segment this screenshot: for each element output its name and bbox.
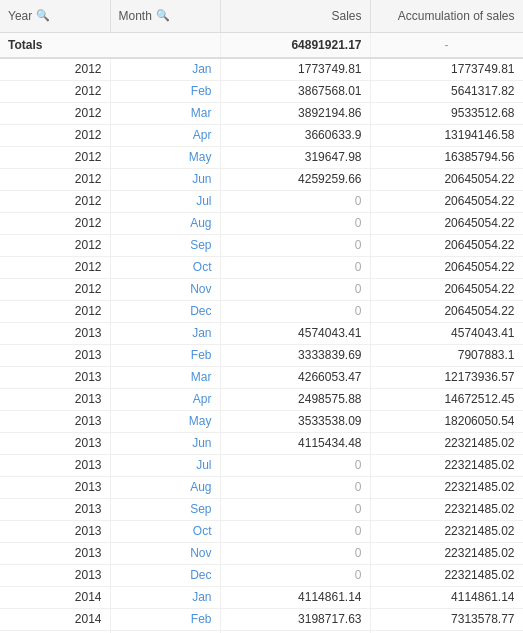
accum-cell: 20645054.22 [370,256,523,278]
sales-cell: 3198717.63 [220,608,370,630]
accum-cell: 7907883.1 [370,344,523,366]
accum-cell: 20645054.22 [370,300,523,322]
year-cell: 2012 [0,300,110,322]
year-cell: 2013 [0,520,110,542]
month-cell: Jul [110,454,220,476]
table-row: 2012Aug020645054.22 [0,212,523,234]
year-label: Year [8,9,32,23]
accum-cell: 9533512.68 [370,102,523,124]
month-cell: Apr [110,124,220,146]
year-cell: 2012 [0,190,110,212]
year-cell: 2012 [0,234,110,256]
table-row: 2012Feb3867568.015641317.82 [0,80,523,102]
sales-cell: 3660633.9 [220,124,370,146]
month-cell: Dec [110,564,220,586]
accum-cell: 4574043.41 [370,322,523,344]
accum-cell: 18206050.54 [370,410,523,432]
year-search-icon[interactable]: 🔍 [36,9,50,23]
table-row: 2012Jun4259259.6620645054.22 [0,168,523,190]
table-row: 2013Feb3333839.697907883.1 [0,344,523,366]
accum-label: Accumulation of sales [398,9,515,23]
table-row: 2012Sep020645054.22 [0,234,523,256]
table-row: 2013Apr2498575.8814672512.45 [0,388,523,410]
accum-cell: 22321485.02 [370,520,523,542]
year-cell: 2012 [0,58,110,80]
sales-cell: 3533538.09 [220,410,370,432]
sales-cell: 0 [220,212,370,234]
accum-cell: 7313578.77 [370,608,523,630]
table-row: 2013Nov022321485.02 [0,542,523,564]
accum-cell: 20645054.22 [370,278,523,300]
table-row: 2014Feb3198717.637313578.77 [0,608,523,630]
month-cell: Jul [110,190,220,212]
sales-cell: 2498575.88 [220,388,370,410]
accum-cell: 22321485.02 [370,432,523,454]
table-row: 2013Dec022321485.02 [0,564,523,586]
month-cell: Jun [110,168,220,190]
sales-cell: 0 [220,190,370,212]
year-cell: 2013 [0,432,110,454]
accum-cell: 13194146.58 [370,124,523,146]
accum-cell: 20645054.22 [370,212,523,234]
year-cell: 2012 [0,256,110,278]
sales-cell: 3867568.01 [220,80,370,102]
year-cell: 2014 [0,608,110,630]
accum-header: Accumulation of sales [370,0,523,32]
sales-cell: 1773749.81 [220,58,370,80]
accum-cell: 12173936.57 [370,366,523,388]
sales-cell: 0 [220,454,370,476]
month-cell: Sep [110,498,220,520]
table-row: 2013May3533538.0918206050.54 [0,410,523,432]
year-cell: 2013 [0,388,110,410]
table-row: 2013Sep022321485.02 [0,498,523,520]
sales-cell: 3333839.69 [220,344,370,366]
totals-accum: - [370,32,523,58]
sales-cell: 4266053.47 [220,366,370,388]
year-cell: 2014 [0,586,110,608]
month-cell: Feb [110,344,220,366]
sales-cell: 0 [220,278,370,300]
table-row: 2013Jan4574043.414574043.41 [0,322,523,344]
accum-cell: 4114861.14 [370,586,523,608]
sales-cell: 0 [220,234,370,256]
table-row: 2012Nov020645054.22 [0,278,523,300]
sales-cell: 4115434.48 [220,432,370,454]
year-cell: 2013 [0,564,110,586]
table-row: 2012May319647.9816385794.56 [0,146,523,168]
sales-cell: 0 [220,542,370,564]
year-header: Year 🔍 [0,0,110,32]
accum-cell: 22321485.02 [370,454,523,476]
year-cell: 2013 [0,542,110,564]
year-cell: 2012 [0,146,110,168]
year-cell: 2013 [0,454,110,476]
sales-cell: 4259259.66 [220,168,370,190]
month-cell: Jan [110,58,220,80]
month-cell: Apr [110,388,220,410]
year-cell: 2012 [0,124,110,146]
accum-cell: 16385794.56 [370,146,523,168]
month-label: Month [119,9,152,23]
month-cell: Jan [110,322,220,344]
sales-cell: 0 [220,476,370,498]
table-row: 2013Mar4266053.4712173936.57 [0,366,523,388]
year-cell: 2013 [0,322,110,344]
year-cell: 2012 [0,212,110,234]
sales-cell: 3892194.86 [220,102,370,124]
year-cell: 2012 [0,80,110,102]
table-row: 2012Dec020645054.22 [0,300,523,322]
table-row: 2013Jun4115434.4822321485.02 [0,432,523,454]
accum-cell: 22321485.02 [370,476,523,498]
month-cell: Aug [110,212,220,234]
month-cell: Nov [110,542,220,564]
month-cell: Oct [110,256,220,278]
accum-cell: 20645054.22 [370,168,523,190]
month-cell: May [110,146,220,168]
sales-cell: 4574043.41 [220,322,370,344]
year-cell: 2013 [0,410,110,432]
data-table: Year 🔍 Month 🔍 Sales Accumulation of sal… [0,0,523,633]
sales-cell: 0 [220,256,370,278]
month-search-icon[interactable]: 🔍 [156,9,170,23]
totals-label: Totals [0,32,220,58]
month-cell: Feb [110,80,220,102]
table-row: 2013Aug022321485.02 [0,476,523,498]
